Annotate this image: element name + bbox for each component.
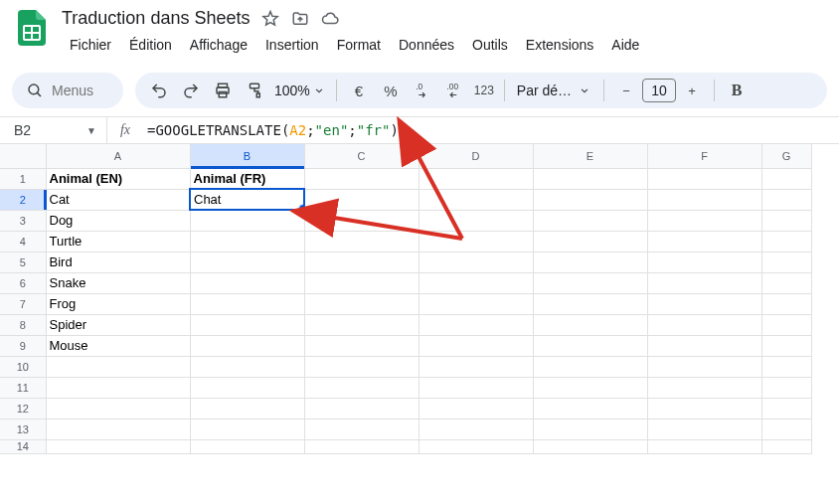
cell[interactable] [761, 419, 811, 439]
active-cell[interactable]: Chat [190, 189, 304, 210]
cell[interactable]: Cat [46, 189, 190, 210]
cell[interactable] [533, 231, 647, 252]
cell[interactable] [419, 231, 533, 252]
move-folder-icon[interactable] [291, 10, 309, 28]
cell[interactable] [647, 335, 761, 356]
cell[interactable]: Turtle [46, 231, 190, 252]
zoom-select[interactable]: 100% [270, 83, 330, 98]
col-header[interactable]: F [647, 144, 761, 168]
sheets-logo[interactable] [12, 8, 52, 48]
row-header[interactable]: 4 [0, 231, 46, 252]
cell[interactable] [304, 419, 419, 439]
cell[interactable] [533, 252, 647, 272]
cell[interactable] [304, 189, 419, 210]
cell[interactable]: Dog [46, 210, 190, 231]
col-header[interactable]: B [190, 144, 304, 168]
print-button[interactable] [207, 75, 239, 106]
cell[interactable] [419, 293, 533, 314]
row-header[interactable]: 9 [0, 335, 46, 356]
cell[interactable] [761, 398, 811, 419]
increase-decimals-button[interactable]: .00 [438, 75, 470, 106]
cell[interactable] [761, 189, 811, 210]
cell[interactable]: Snake [46, 272, 190, 293]
row-header[interactable]: 1 [0, 168, 46, 189]
cell[interactable]: Frog [46, 293, 190, 314]
cell[interactable] [419, 314, 533, 335]
cell[interactable] [304, 231, 419, 252]
cell[interactable] [761, 439, 811, 453]
cell[interactable] [419, 272, 533, 293]
cell[interactable] [419, 189, 533, 210]
cell[interactable] [761, 231, 811, 252]
cell[interactable] [304, 314, 419, 335]
col-header[interactable]: A [46, 144, 190, 168]
cell[interactable] [533, 377, 647, 398]
cell[interactable] [761, 168, 811, 189]
number-format-button[interactable]: 123 [470, 75, 498, 106]
cell[interactable] [761, 293, 811, 314]
cell[interactable] [46, 377, 190, 398]
cell[interactable] [761, 210, 811, 231]
cell[interactable] [46, 398, 190, 419]
row-header[interactable]: 7 [0, 293, 46, 314]
cell[interactable] [190, 231, 304, 252]
col-header[interactable]: C [304, 144, 419, 168]
font-size-input[interactable]: 10 [642, 79, 676, 102]
formula-bar[interactable]: =GOOGLETRANSLATE(A2;"en";"fr") [143, 122, 399, 138]
bold-button[interactable]: B [721, 75, 753, 106]
font-size-increase[interactable]: + [676, 75, 708, 106]
cell[interactable] [761, 335, 811, 356]
cell[interactable] [419, 335, 533, 356]
cell[interactable] [190, 314, 304, 335]
cell[interactable] [419, 168, 533, 189]
cell[interactable] [761, 272, 811, 293]
cell[interactable] [533, 398, 647, 419]
row-header[interactable]: 2 [0, 189, 46, 210]
cell[interactable] [190, 398, 304, 419]
cell[interactable] [46, 439, 190, 453]
cell[interactable] [419, 210, 533, 231]
cell[interactable] [190, 439, 304, 453]
row-header[interactable]: 5 [0, 252, 46, 272]
row-header[interactable]: 3 [0, 210, 46, 231]
cell[interactable] [647, 314, 761, 335]
cell[interactable] [304, 356, 419, 377]
search-menus[interactable] [12, 73, 123, 108]
cell[interactable] [419, 356, 533, 377]
cell[interactable] [190, 356, 304, 377]
cloud-status-icon[interactable] [321, 10, 339, 28]
cell[interactable]: Spider [46, 314, 190, 335]
cell[interactable] [304, 168, 419, 189]
cell[interactable] [533, 335, 647, 356]
cell[interactable] [647, 272, 761, 293]
menu-format[interactable]: Format [329, 33, 389, 57]
cell[interactable] [419, 377, 533, 398]
cell[interactable] [304, 210, 419, 231]
search-menus-input[interactable] [52, 83, 109, 98]
row-header[interactable]: 10 [0, 356, 46, 377]
menu-file[interactable]: Fichier [62, 33, 119, 57]
cell[interactable] [647, 293, 761, 314]
cell[interactable] [304, 439, 419, 453]
cell[interactable] [647, 189, 761, 210]
menu-edit[interactable]: Édition [121, 33, 180, 57]
cell[interactable] [647, 252, 761, 272]
cell[interactable] [647, 439, 761, 453]
cell[interactable] [419, 252, 533, 272]
redo-button[interactable] [175, 75, 207, 106]
row-header[interactable]: 11 [0, 377, 46, 398]
cell[interactable] [761, 252, 811, 272]
row-header[interactable]: 6 [0, 272, 46, 293]
cell[interactable] [304, 335, 419, 356]
menu-tools[interactable]: Outils [464, 33, 516, 57]
decrease-decimals-button[interactable]: .0 [407, 75, 438, 106]
cell[interactable] [647, 231, 761, 252]
cell[interactable] [304, 377, 419, 398]
row-header[interactable]: 12 [0, 398, 46, 419]
menu-help[interactable]: Aide [603, 33, 647, 57]
cell[interactable] [46, 356, 190, 377]
cell[interactable] [533, 419, 647, 439]
cell[interactable] [647, 419, 761, 439]
cell[interactable] [46, 419, 190, 439]
cell[interactable] [304, 293, 419, 314]
